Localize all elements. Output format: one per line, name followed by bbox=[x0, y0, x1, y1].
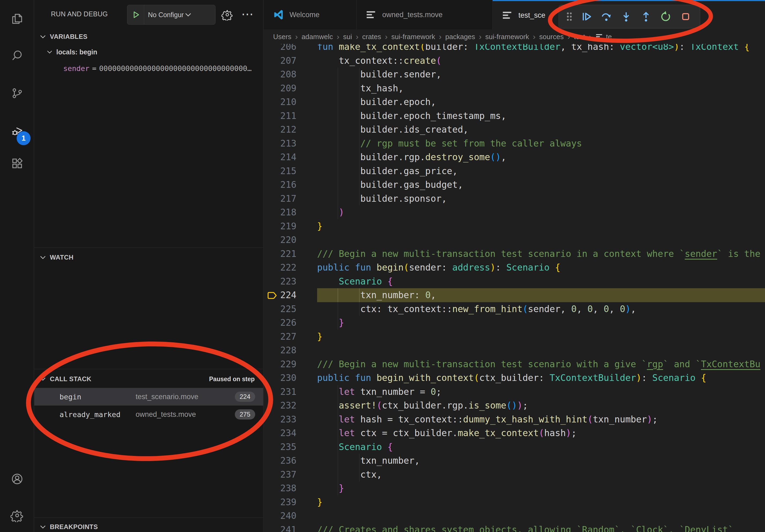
watch-section-header[interactable]: WATCH bbox=[34, 251, 263, 264]
code-text[interactable]: let hash = tx_context::dummy_tx_hash_wit… bbox=[264, 412, 765, 426]
restart-button[interactable] bbox=[657, 8, 674, 25]
code-text[interactable]: tx_context::create( bbox=[264, 54, 765, 68]
line-number[interactable]: 218 bbox=[264, 205, 297, 219]
line-number[interactable]: 216 bbox=[264, 178, 297, 192]
activity-files-icon[interactable] bbox=[0, 6, 34, 32]
breadcrumb-segment[interactable]: crates bbox=[362, 33, 381, 41]
code-text[interactable]: ctx: tx_context::new_from_hint(sender, 0… bbox=[264, 302, 765, 316]
line-number[interactable]: 210 bbox=[264, 95, 297, 109]
code-text[interactable]: /// Creates and shares system objects, a… bbox=[264, 523, 765, 532]
line-number[interactable]: 211 bbox=[264, 109, 297, 123]
code-text[interactable]: builder.epoch, bbox=[264, 95, 765, 109]
call-stack-section-header[interactable]: CALL STACK Paused on step bbox=[34, 372, 263, 386]
step-over-button[interactable] bbox=[598, 8, 615, 25]
line-number[interactable]: 214 bbox=[264, 150, 297, 164]
tab-owned-tests-move[interactable]: owned_tests.move bbox=[357, 0, 493, 30]
code-text[interactable]: // rgp must be set from the caller alway… bbox=[264, 136, 765, 150]
tab-welcome[interactable]: Welcome bbox=[264, 0, 357, 30]
breadcrumb-segment[interactable]: sui-framework bbox=[485, 33, 529, 41]
code-text[interactable]: ctx, bbox=[264, 468, 765, 482]
stop-button[interactable] bbox=[677, 8, 694, 25]
continue-button[interactable] bbox=[578, 8, 595, 25]
line-number[interactable]: 237 bbox=[264, 468, 297, 482]
activity-account-icon[interactable] bbox=[0, 466, 34, 492]
code-text[interactable]: let ctx = ctx_builder.make_tx_context(ha… bbox=[264, 426, 765, 440]
breadcrumb-segment[interactable]: sources bbox=[539, 33, 564, 41]
launch-config-dropdown[interactable]: No Configur bbox=[127, 5, 216, 25]
line-number[interactable]: 232 bbox=[264, 399, 297, 412]
activity-settings-gear-icon[interactable] bbox=[0, 502, 34, 528]
line-number[interactable]: 223 bbox=[264, 275, 297, 289]
code-text[interactable]: builder.sender, bbox=[264, 68, 765, 82]
line-number[interactable]: 240 bbox=[264, 509, 297, 523]
call-stack-frame-begin[interactable]: begintest_scenario.move224 bbox=[34, 388, 263, 405]
breadcrumb-segment[interactable]: sui bbox=[343, 33, 352, 41]
breadcrumb-segment[interactable]: test bbox=[574, 33, 585, 41]
code-text[interactable]: } bbox=[264, 219, 765, 233]
line-number[interactable]: 215 bbox=[264, 164, 297, 178]
code-text[interactable]: /// Begin a new multi-transaction test s… bbox=[264, 247, 765, 261]
line-number[interactable]: 241 bbox=[264, 523, 297, 532]
code-text[interactable]: /// Begin a new multi-transaction test s… bbox=[264, 357, 765, 371]
line-number[interactable]: 208 bbox=[264, 68, 297, 82]
code-text[interactable]: public fun begin(sender: address): Scena… bbox=[264, 261, 765, 275]
step-out-button[interactable] bbox=[637, 8, 655, 25]
code-editor[interactable]: 206fun make_tx_context(builder: TxContex… bbox=[264, 40, 765, 532]
code-text[interactable]: tx_hash, bbox=[264, 82, 765, 95]
line-number[interactable]: 229 bbox=[264, 357, 297, 371]
line-number[interactable]: 220 bbox=[264, 233, 297, 247]
line-number[interactable]: 212 bbox=[264, 123, 297, 136]
code-text[interactable]: } bbox=[264, 316, 765, 330]
breakpoints-section-header[interactable]: BREAKPOINTS bbox=[34, 520, 263, 532]
line-number[interactable]: 228 bbox=[264, 344, 297, 357]
code-text[interactable]: builder.epoch_timestamp_ms, bbox=[264, 109, 765, 123]
breadcrumb-file[interactable]: te bbox=[606, 33, 612, 41]
call-stack-frame-already-marked[interactable]: already_markedowned_tests.move275 bbox=[34, 405, 263, 423]
code-text[interactable]: builder.rgp.destroy_some(), bbox=[264, 150, 765, 164]
code-text[interactable]: } bbox=[264, 495, 765, 509]
code-text[interactable]: Scenario { bbox=[264, 275, 765, 289]
code-text[interactable]: public fun begin_with_context(ctx_builde… bbox=[264, 371, 765, 385]
activity-extensions-icon[interactable] bbox=[0, 150, 34, 176]
code-text[interactable]: Scenario { bbox=[264, 440, 765, 454]
code-text[interactable]: builder.gas_budget, bbox=[264, 178, 765, 192]
line-number[interactable]: 225 bbox=[264, 302, 297, 316]
line-number[interactable]: 213 bbox=[264, 136, 297, 150]
variables-section-header[interactable]: VARIABLES bbox=[34, 30, 263, 43]
gear-icon[interactable] bbox=[222, 9, 233, 21]
line-number[interactable]: 231 bbox=[264, 385, 297, 399]
line-number[interactable]: 217 bbox=[264, 192, 297, 206]
breadcrumb-segment[interactable]: adamwelc bbox=[302, 33, 333, 41]
line-number[interactable]: 219 bbox=[264, 219, 297, 233]
line-number[interactable]: 235 bbox=[264, 440, 297, 454]
code-text[interactable]: ) bbox=[264, 205, 765, 219]
breadcrumb-segment[interactable]: sui-framework bbox=[391, 33, 435, 41]
line-number[interactable]: 221 bbox=[264, 247, 297, 261]
variables-scope-row[interactable]: locals: begin bbox=[34, 46, 263, 58]
code-text[interactable]: txn_number: 0, bbox=[264, 288, 765, 302]
ellipsis-icon[interactable]: ⋯ bbox=[241, 6, 254, 22]
code-text[interactable]: let txn_number = 0; bbox=[264, 385, 765, 399]
line-number[interactable]: 230 bbox=[264, 371, 297, 385]
drag-grip-icon[interactable] bbox=[563, 8, 575, 25]
line-number[interactable]: 226 bbox=[264, 316, 297, 330]
code-text[interactable]: builder.ids_created, bbox=[264, 123, 765, 136]
breadcrumb-segment[interactable]: packages bbox=[445, 33, 475, 41]
line-number[interactable]: 234 bbox=[264, 426, 297, 440]
code-text[interactable]: assert!(ctx_builder.rgp.is_some()); bbox=[264, 399, 765, 412]
line-number[interactable]: 207 bbox=[264, 54, 297, 68]
line-number[interactable]: 227 bbox=[264, 330, 297, 344]
play-icon[interactable] bbox=[131, 9, 141, 20]
line-number[interactable]: 222 bbox=[264, 261, 297, 275]
code-text[interactable]: txn_number, bbox=[264, 454, 765, 468]
code-text[interactable]: } bbox=[264, 330, 765, 344]
line-number[interactable]: 236 bbox=[264, 454, 297, 468]
line-number[interactable]: 239 bbox=[264, 495, 297, 509]
activity-run-debug-icon[interactable]: 1 bbox=[0, 118, 34, 143]
line-number[interactable]: 209 bbox=[264, 82, 297, 95]
line-number[interactable]: 224 bbox=[264, 288, 297, 302]
variable-row[interactable]: sender = 0000000000000000000000000000000… bbox=[63, 62, 252, 75]
line-number[interactable]: 238 bbox=[264, 481, 297, 495]
activity-source-control-icon[interactable] bbox=[0, 80, 34, 106]
code-text[interactable]: builder.sponsor, bbox=[264, 192, 765, 206]
